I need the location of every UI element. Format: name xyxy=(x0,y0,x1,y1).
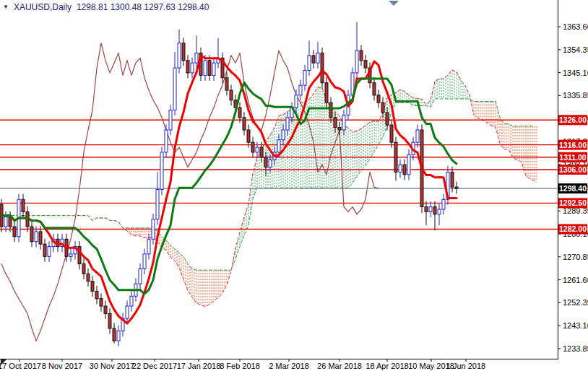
date-tick-label: 8 Nov 2017 xyxy=(42,362,82,370)
ohlc-values: 1298.81 1300.48 1297.63 1298.40 xyxy=(77,2,209,12)
date-tick-label: 8 Feb 2018 xyxy=(220,362,260,370)
price-badge-label: 1326.00 xyxy=(559,115,587,124)
date-tick-label: 26 Mar 2018 xyxy=(317,362,362,370)
kijun-sen-line xyxy=(1,79,457,294)
date-tick-label: 18 Apr 2018 xyxy=(366,362,408,370)
time-axis[interactable]: 17 Oct 20178 Nov 201730 Nov 201722 Dec 2… xyxy=(0,359,485,370)
price-tick-label: 1252.35 xyxy=(563,298,588,307)
price-tick-label: 1233.85 xyxy=(563,344,588,353)
price-badge-label: 1311.00 xyxy=(559,153,587,162)
price-badge-label: 1292.50 xyxy=(559,198,587,207)
symbol-period-label: XAUUSD,Daily xyxy=(14,2,72,12)
date-tick-label: 30 Nov 2017 xyxy=(90,362,134,370)
tenkan-sen-line xyxy=(1,55,457,323)
price-tick-label: 1243.10 xyxy=(563,321,588,330)
chart-window: 1363.601354.351345.101335.851326.601317.… xyxy=(0,0,588,371)
price-badge-label: 1282.00 xyxy=(559,224,587,233)
symbol-dropdown-icon[interactable]: ▼ xyxy=(3,4,9,10)
price-badges: 1326.001316.001311.001306.001292.501282.… xyxy=(558,115,587,234)
price-tick-label: 1270.85 xyxy=(563,253,588,261)
price-badge-label: 1306.00 xyxy=(559,165,587,174)
date-tick-label: 1 Jun 2018 xyxy=(446,362,485,370)
price-tick-label: 1261.60 xyxy=(563,276,588,284)
price-badge-label: 1298.40 xyxy=(559,184,587,193)
price-tick-label: 1345.10 xyxy=(563,69,588,77)
price-tick-label: 1363.60 xyxy=(563,22,588,31)
price-chart-canvas[interactable]: 1363.601354.351345.101335.851326.601317.… xyxy=(0,0,588,371)
date-tick-label: 22 Dec 2017 xyxy=(132,362,177,370)
date-tick-label: 17 Jan 2018 xyxy=(177,362,221,370)
price-tick-label: 1354.35 xyxy=(563,45,588,54)
price-tick-label: 1335.85 xyxy=(563,91,588,100)
chart-shift-marker-icon[interactable] xyxy=(389,1,399,6)
chart-title: ▼ XAUUSD,Daily 1298.81 1300.48 1297.63 1… xyxy=(3,2,209,12)
price-badge-label: 1316.00 xyxy=(559,141,587,149)
date-tick-label: 17 Oct 2017 xyxy=(0,362,41,370)
date-tick-label: 2 Mar 2018 xyxy=(269,362,309,370)
